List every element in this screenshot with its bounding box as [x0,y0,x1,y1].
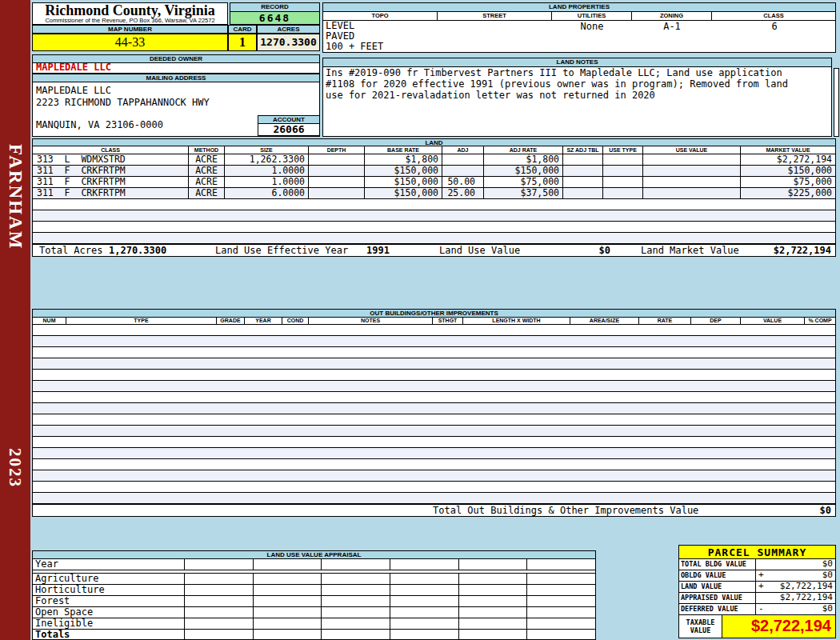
sidebar: FARNHAM 2023 [0,0,30,640]
land-sz-adj-tbl [563,166,603,176]
map-number-label: MAP NUMBER [32,25,228,34]
column-header: GRADE [217,318,245,324]
appraisal-row: Forest [32,596,596,607]
appraisal-row: Agriculture [32,574,596,585]
land-properties-values: LEVEL PAVED 100 + FEET None A-1 6 [323,21,835,52]
column-header: COND [282,318,309,324]
land-sz-adj-tbl [563,154,603,165]
card-number-value: 1 [228,34,257,51]
summary-sign [756,559,766,570]
land-class: 311 F CRKFRTPM [33,177,189,187]
appraisal-cells [185,574,595,584]
land-title: LAND [32,138,836,146]
out-buildings-title: OUT BUILDINGS/OTHER IMPROVEMENTS [32,309,836,318]
land-use-appraisal-section: LAND USE VALUE APPRAISAL Year Agricultur… [32,550,596,640]
column-header-zoning: ZONING [632,12,712,20]
property-record-card: FARNHAM 2023 Richmond County, Virginia C… [0,0,840,640]
land-use-type [603,188,643,198]
appraisal-cells [185,630,595,639]
column-header: CLASS [33,146,189,154]
taxable-value-amount: $2,722,194 [722,615,836,638]
deeded-owner-value: MAPLEDALE LLC [32,63,320,74]
zoning-value: A-1 [632,21,712,32]
land-adj-rate: $1,800 [484,154,563,165]
notes-margin-strip [834,68,839,137]
appraisal-cells [185,585,595,595]
land-depth [309,166,365,176]
taxable-value-row: TAXABLE VALUE $2,722,194 [678,615,836,638]
total-acres-label: Total Acres [39,245,102,256]
land-method: ACRE [189,188,225,198]
column-header: YEAR [245,318,282,324]
land-use-value-total: $0 [561,245,610,256]
land-method: ACRE [189,177,225,187]
land-size: 1.0000 [225,177,309,187]
column-header-utilities: UTILITIES [552,12,632,20]
land-use-type [603,166,643,176]
summary-row: DEFERRED VALUE - $0 [678,604,836,615]
summary-row: OBLDG VALUE + $0 [678,570,836,582]
effective-year-label: Land Use Effective Year [215,245,348,256]
column-header: MARKET VALUE [741,146,835,154]
appraisal-row-label: Ineligible [33,618,185,629]
column-header: DEPTH [309,146,365,154]
record-label: RECORD [230,2,320,12]
column-header: AREA/SIZE [570,318,639,324]
appraisal-row: Open Space [32,607,596,618]
land-market-value: $150,000 [741,166,835,176]
land-use-value [643,188,741,198]
summary-label: DEFERRED VALUE [678,604,756,615]
land-depth [309,154,365,165]
land-base-rate: $150,000 [365,166,442,176]
land-notes-section: LAND NOTES Ins #2019-090 fr Timbervest P… [322,58,832,137]
commissioner-line: Commissioner of the Revenue, PO Box 366,… [33,18,227,24]
acres-value: 1270.3300 [257,34,320,51]
land-sz-adj-tbl [563,177,603,187]
summary-row: TOTAL BLDG VALUE $0 [678,559,836,570]
summary-sign: + [756,570,766,581]
land-method: ACRE [189,154,225,165]
utilities-value: None [552,21,632,32]
land-size: 1.0000 [225,166,309,176]
address-line: MANQUIN, VA 23106-0000 [36,119,163,130]
land-adj-rate: $37,500 [484,188,563,198]
summary-value: $0 [766,570,835,581]
land-market-value-label: Land Market Value [641,245,739,256]
class-value: 6 [712,21,837,32]
land-market-value: $2,272,194 [741,154,835,165]
land-base-rate: $150,000 [365,188,442,198]
land-use-value [643,177,741,187]
appraisal-cells [185,618,595,629]
land-use-value [643,166,741,176]
column-header: NOTES [309,318,433,324]
land-depth [309,177,365,187]
land-notes-title: LAND NOTES [323,58,831,67]
column-header: DEP [691,318,741,324]
column-header: NUM [33,318,66,324]
appraisal-totals-row: Totals [32,630,596,640]
acres-label: ACRES [257,25,320,34]
summary-label: OBLDG VALUE [678,570,756,582]
land-use-type [603,154,643,165]
land-market-value: $225,000 [741,188,835,198]
out-buildings-total-label: Total Out Buildings & Other Improvements… [433,505,698,516]
land-size: 1,262.3300 [225,154,309,165]
land-row: 311 F CRKFRTPM ACRE 1.0000 $150,000 $150… [32,166,836,177]
county-title: Richmond County, Virginia [33,3,227,18]
appraisal-row-label: Totals [33,630,185,639]
land-use-type [603,177,643,187]
land-method: ACRE [189,166,225,176]
summary-value: $0 [766,559,835,570]
land-use-value [643,154,741,165]
column-header: TYPE [66,318,217,324]
land-use-value-label: Land Use Value [439,245,520,256]
land-row: 313 L WDMXSTRD ACRE 1,262.3300 $1,800 $1… [32,154,836,166]
land-use-appraisal-title: LAND USE VALUE APPRAISAL [32,550,596,559]
column-header: ADJ RATE [484,146,563,154]
column-header: USE VALUE [643,146,741,154]
address-line: 2223 RICHMOND TAPPAHANNOCK HWY [36,97,210,108]
tax-year-label: 2023 [5,448,25,488]
summary-label: LAND VALUE [678,582,756,593]
land-row: 311 F CRKFRTPM ACRE 1.0000 $150,000 50.0… [32,177,836,188]
summary-value: $0 [766,604,835,614]
